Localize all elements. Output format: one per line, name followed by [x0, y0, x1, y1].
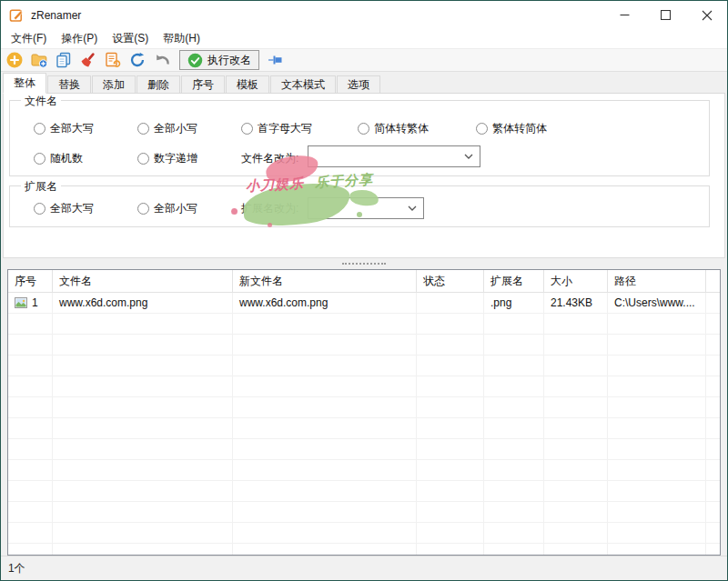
pin-button[interactable] — [266, 51, 284, 69]
tab-page-overall: 文件名 全部大写 全部小写 首字母大写 简体转繁体 — [3, 93, 725, 258]
undo-arrow-icon — [153, 51, 171, 69]
radio-label: 首字母大写 — [258, 121, 312, 136]
tab-number[interactable]: 序号 — [181, 75, 225, 93]
file-count: 1个 — [8, 561, 25, 576]
file-table: 序号 文件名 新文件名 状态 扩展名 大小 路径 — [7, 269, 721, 556]
execute-rename-label: 执行改名 — [207, 53, 251, 68]
table-row-empty — [8, 376, 720, 397]
splitter-handle[interactable] — [1, 258, 727, 269]
tab-strip: 整体 替换 添加 删除 序号 模板 文本模式 选项 — [1, 72, 727, 93]
radio-label: 全部小写 — [154, 121, 197, 136]
column-header-path[interactable]: 路径 — [608, 270, 706, 292]
column-header-new-filename[interactable]: 新文件名 — [233, 270, 417, 292]
minimize-icon — [620, 10, 630, 20]
cell-index-value: 1 — [32, 296, 38, 309]
edit-list-button[interactable] — [104, 51, 122, 69]
table-row[interactable]: 1 www.x6d.com.png www.x6d.com.png .png 2… — [8, 293, 720, 314]
check-circle-icon — [187, 53, 203, 68]
radio-ext-all-uppercase[interactable]: 全部大写 — [34, 201, 94, 215]
menu-bar: 文件(F) 操作(P) 设置(S) 帮助(H) — [1, 29, 727, 48]
copy-list-button[interactable] — [55, 51, 73, 69]
radio-circle — [137, 123, 149, 135]
red-brush-icon — [79, 51, 97, 69]
radio-label: 简体转繁体 — [374, 121, 429, 136]
close-icon — [702, 10, 713, 21]
menu-settings[interactable]: 设置(S) — [105, 29, 156, 48]
undo-button[interactable] — [153, 51, 171, 69]
radio-all-lowercase[interactable]: 全部小写 — [137, 121, 197, 135]
table-header: 序号 文件名 新文件名 状态 扩展名 大小 路径 — [8, 270, 720, 293]
extension-rename-label: 扩展名改为: — [241, 201, 298, 215]
radio-label: 繁体转简体 — [492, 121, 547, 136]
radio-circle — [34, 153, 46, 165]
chevron-down-icon — [408, 205, 417, 211]
window-title: zRenamer — [31, 9, 81, 22]
filename-group-title: 文件名 — [21, 94, 61, 109]
toolbar: 执行改名 — [1, 48, 727, 72]
table-body: 1 www.x6d.com.png www.x6d.com.png .png 2… — [8, 293, 720, 556]
maximize-button[interactable] — [645, 1, 686, 29]
column-header-index[interactable]: 序号 — [8, 270, 53, 292]
column-header-status[interactable]: 状态 — [417, 270, 484, 292]
status-bar: 1个 — [1, 556, 727, 580]
push-pin-icon — [266, 51, 284, 69]
tab-add[interactable]: 添加 — [92, 75, 136, 93]
chevron-down-icon — [464, 154, 473, 159]
close-button[interactable] — [686, 1, 727, 29]
folder-plus-icon — [30, 51, 48, 69]
radio-simplified-to-traditional[interactable]: 简体转繁体 — [358, 121, 429, 135]
extension-rename-combobox[interactable] — [308, 197, 424, 219]
tab-options[interactable]: 选项 — [337, 75, 380, 93]
document-refresh-icon — [104, 51, 122, 69]
tab-delete[interactable]: 删除 — [136, 75, 180, 93]
radio-label: 数字递增 — [154, 151, 197, 166]
radio-circle — [137, 203, 149, 215]
tab-replace[interactable]: 替换 — [47, 75, 91, 93]
table-row-empty — [8, 460, 720, 481]
menu-operate[interactable]: 操作(P) — [54, 29, 105, 48]
radio-circle — [476, 123, 488, 135]
tab-template[interactable]: 模板 — [226, 75, 269, 93]
execute-rename-button[interactable]: 执行改名 — [179, 50, 259, 70]
table-row-empty — [8, 523, 720, 544]
table-row-empty — [8, 335, 720, 356]
radio-label: 全部大写 — [50, 201, 94, 216]
clear-list-button[interactable] — [79, 51, 97, 69]
radio-all-uppercase[interactable]: 全部大写 — [34, 121, 94, 135]
cell-extension: .png — [484, 293, 544, 313]
radio-circle — [358, 123, 369, 135]
table-row-empty — [8, 502, 720, 523]
radio-label: 随机数 — [50, 151, 83, 166]
radio-capitalize-first[interactable]: 首字母大写 — [241, 121, 312, 135]
copy-pages-icon — [55, 51, 73, 69]
filename-rename-label: 文件名改为: — [241, 151, 298, 165]
menu-help[interactable]: 帮助(H) — [156, 29, 207, 48]
column-header-filler — [706, 270, 720, 292]
table-row-empty — [8, 356, 720, 376]
add-folder-button[interactable] — [30, 51, 48, 69]
cell-filename: www.x6d.com.png — [53, 293, 233, 313]
tab-overall[interactable]: 整体 — [3, 73, 46, 94]
add-files-button[interactable] — [5, 51, 24, 69]
table-row-empty — [8, 314, 720, 335]
table-row-empty — [8, 544, 720, 556]
cell-index: 1 — [8, 293, 53, 313]
radio-ext-all-lowercase[interactable]: 全部小写 — [137, 201, 197, 215]
column-header-filename[interactable]: 文件名 — [53, 270, 233, 292]
radio-traditional-to-simplified[interactable]: 繁体转简体 — [476, 121, 547, 135]
table-row-empty — [8, 481, 720, 502]
menu-file[interactable]: 文件(F) — [4, 29, 54, 48]
extension-groupbox: 扩展名 全部大写 全部小写 扩展名改为: — [9, 185, 710, 227]
maximize-icon — [661, 10, 671, 20]
minimize-button[interactable] — [604, 1, 645, 29]
app-icon — [9, 7, 25, 23]
filename-rename-combobox[interactable] — [308, 145, 480, 167]
table-row-empty — [8, 418, 720, 439]
column-header-size[interactable]: 大小 — [544, 270, 608, 292]
column-header-extension[interactable]: 扩展名 — [484, 270, 544, 292]
refresh-button[interactable] — [128, 51, 147, 69]
tab-text-mode[interactable]: 文本模式 — [270, 75, 336, 93]
radio-number-increment[interactable]: 数字递增 — [137, 151, 197, 165]
title-bar[interactable]: zRenamer — [1, 1, 727, 29]
radio-random-number[interactable]: 随机数 — [34, 151, 83, 165]
